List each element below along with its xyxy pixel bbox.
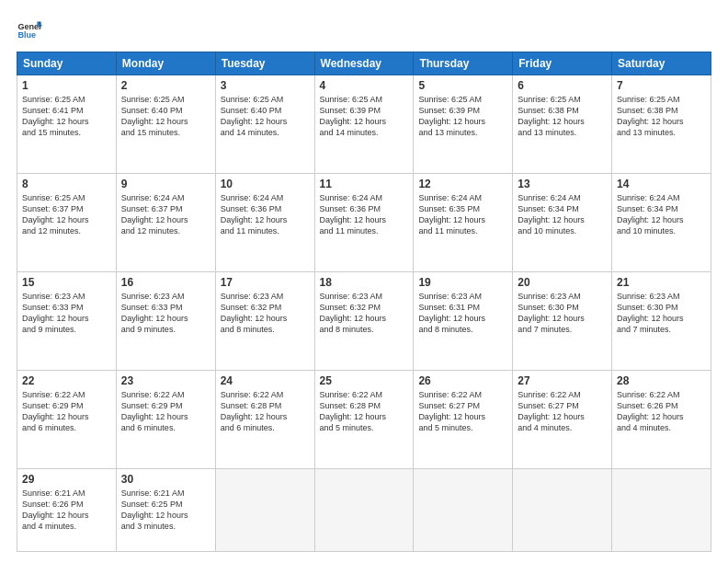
day-info: Sunrise: 6:25 AMSunset: 6:38 PMDaylight:… [617, 95, 684, 137]
day-cell-18: 18Sunrise: 6:23 AMSunset: 6:32 PMDayligh… [314, 272, 414, 371]
day-cell-10: 10Sunrise: 6:24 AMSunset: 6:36 PMDayligh… [215, 174, 314, 272]
day-info: Sunrise: 6:24 AMSunset: 6:36 PMDaylight:… [221, 193, 288, 236]
day-number: 9 [121, 178, 210, 190]
day-number: 23 [121, 374, 210, 387]
day-number: 3 [221, 79, 310, 92]
day-info: Sunrise: 6:23 AMSunset: 6:31 PMDaylight:… [418, 292, 485, 334]
week-row-4: 22Sunrise: 6:22 AMSunset: 6:29 PMDayligh… [17, 371, 711, 469]
week-row-3: 15Sunrise: 6:23 AMSunset: 6:33 PMDayligh… [17, 272, 711, 371]
day-number: 7 [617, 79, 706, 92]
day-cell-3: 3Sunrise: 6:25 AMSunset: 6:40 PMDaylight… [215, 75, 314, 174]
day-info: Sunrise: 6:23 AMSunset: 6:32 PMDaylight:… [221, 292, 288, 334]
day-info: Sunrise: 6:22 AMSunset: 6:27 PMDaylight:… [418, 390, 485, 432]
day-info: Sunrise: 6:21 AMSunset: 6:26 PMDaylight:… [22, 488, 89, 531]
day-cell-7: 7Sunrise: 6:25 AMSunset: 6:38 PMDaylight… [612, 75, 711, 174]
day-number: 21 [617, 276, 706, 289]
day-info: Sunrise: 6:24 AMSunset: 6:34 PMDaylight:… [518, 193, 585, 236]
day-info: Sunrise: 6:23 AMSunset: 6:32 PMDaylight:… [320, 292, 387, 334]
day-cell-15: 15Sunrise: 6:23 AMSunset: 6:33 PMDayligh… [17, 272, 117, 371]
day-info: Sunrise: 6:25 AMSunset: 6:40 PMDaylight:… [121, 95, 188, 137]
day-cell-29: 29Sunrise: 6:21 AMSunset: 6:26 PMDayligh… [17, 469, 117, 552]
day-number: 18 [320, 276, 409, 289]
day-cell-22: 22Sunrise: 6:22 AMSunset: 6:29 PMDayligh… [17, 371, 117, 469]
day-number: 10 [221, 178, 310, 190]
day-info: Sunrise: 6:23 AMSunset: 6:30 PMDaylight:… [617, 292, 684, 334]
day-cell-30: 30Sunrise: 6:21 AMSunset: 6:25 PMDayligh… [116, 469, 215, 552]
day-number: 6 [518, 79, 607, 92]
day-number: 2 [121, 79, 210, 92]
day-info: Sunrise: 6:25 AMSunset: 6:38 PMDaylight:… [518, 95, 585, 137]
day-info: Sunrise: 6:25 AMSunset: 6:39 PMDaylight:… [320, 95, 387, 137]
day-cell-19: 19Sunrise: 6:23 AMSunset: 6:31 PMDayligh… [414, 272, 513, 371]
day-cell-6: 6Sunrise: 6:25 AMSunset: 6:38 PMDaylight… [513, 75, 612, 174]
day-info: Sunrise: 6:24 AMSunset: 6:35 PMDaylight:… [418, 193, 485, 236]
day-cell-24: 24Sunrise: 6:22 AMSunset: 6:28 PMDayligh… [215, 371, 314, 469]
day-cell-21: 21Sunrise: 6:23 AMSunset: 6:30 PMDayligh… [612, 272, 711, 371]
day-number: 13 [518, 178, 607, 190]
week-row-5: 29Sunrise: 6:21 AMSunset: 6:26 PMDayligh… [17, 469, 711, 552]
col-header-friday: Friday [513, 52, 612, 75]
day-number: 16 [121, 276, 210, 289]
day-cell-14: 14Sunrise: 6:24 AMSunset: 6:34 PMDayligh… [612, 174, 711, 272]
day-info: Sunrise: 6:22 AMSunset: 6:28 PMDaylight:… [221, 390, 288, 432]
col-header-saturday: Saturday [612, 52, 711, 75]
day-cell-empty [215, 469, 314, 552]
day-number: 17 [221, 276, 310, 289]
day-number: 11 [320, 178, 409, 190]
day-info: Sunrise: 6:24 AMSunset: 6:36 PMDaylight:… [320, 193, 387, 236]
day-info: Sunrise: 6:24 AMSunset: 6:37 PMDaylight:… [121, 193, 188, 236]
day-cell-16: 16Sunrise: 6:23 AMSunset: 6:33 PMDayligh… [116, 272, 215, 371]
day-number: 20 [518, 276, 607, 289]
logo-icon: General Blue [17, 17, 42, 42]
page: General Blue SundayMondayTuesdayWednesda… [0, 0, 728, 563]
day-info: Sunrise: 6:24 AMSunset: 6:34 PMDaylight:… [617, 193, 684, 236]
col-header-wednesday: Wednesday [314, 52, 414, 75]
day-cell-empty [612, 469, 711, 552]
header: General Blue [17, 17, 711, 42]
day-cell-28: 28Sunrise: 6:22 AMSunset: 6:26 PMDayligh… [612, 371, 711, 469]
day-number: 22 [22, 374, 111, 387]
day-cell-8: 8Sunrise: 6:25 AMSunset: 6:37 PMDaylight… [17, 174, 117, 272]
day-cell-4: 4Sunrise: 6:25 AMSunset: 6:39 PMDaylight… [314, 75, 414, 174]
day-info: Sunrise: 6:22 AMSunset: 6:29 PMDaylight:… [121, 390, 188, 432]
day-cell-12: 12Sunrise: 6:24 AMSunset: 6:35 PMDayligh… [414, 174, 513, 272]
day-number: 1 [22, 79, 111, 92]
day-number: 4 [320, 79, 409, 92]
day-number: 8 [22, 178, 111, 190]
day-number: 19 [418, 276, 507, 289]
day-info: Sunrise: 6:22 AMSunset: 6:27 PMDaylight:… [518, 390, 585, 432]
calendar-table: SundayMondayTuesdayWednesdayThursdayFrid… [17, 52, 711, 552]
day-cell-26: 26Sunrise: 6:22 AMSunset: 6:27 PMDayligh… [414, 371, 513, 469]
day-number: 25 [320, 374, 409, 387]
day-cell-9: 9Sunrise: 6:24 AMSunset: 6:37 PMDaylight… [116, 174, 215, 272]
day-cell-17: 17Sunrise: 6:23 AMSunset: 6:32 PMDayligh… [215, 272, 314, 371]
day-info: Sunrise: 6:25 AMSunset: 6:39 PMDaylight:… [418, 95, 485, 137]
week-row-2: 8Sunrise: 6:25 AMSunset: 6:37 PMDaylight… [17, 174, 711, 272]
day-info: Sunrise: 6:25 AMSunset: 6:41 PMDaylight:… [22, 95, 89, 137]
calendar-header-row: SundayMondayTuesdayWednesdayThursdayFrid… [17, 52, 711, 75]
day-number: 12 [418, 178, 507, 190]
day-number: 15 [22, 276, 111, 289]
day-cell-20: 20Sunrise: 6:23 AMSunset: 6:30 PMDayligh… [513, 272, 612, 371]
day-number: 30 [121, 473, 210, 486]
day-info: Sunrise: 6:23 AMSunset: 6:30 PMDaylight:… [518, 292, 585, 334]
day-cell-25: 25Sunrise: 6:22 AMSunset: 6:28 PMDayligh… [314, 371, 414, 469]
day-number: 27 [518, 374, 607, 387]
day-info: Sunrise: 6:22 AMSunset: 6:29 PMDaylight:… [22, 390, 89, 432]
col-header-sunday: Sunday [17, 52, 117, 75]
day-number: 26 [418, 374, 507, 387]
day-cell-11: 11Sunrise: 6:24 AMSunset: 6:36 PMDayligh… [314, 174, 414, 272]
day-cell-23: 23Sunrise: 6:22 AMSunset: 6:29 PMDayligh… [116, 371, 215, 469]
day-number: 14 [617, 178, 706, 190]
col-header-tuesday: Tuesday [215, 52, 314, 75]
day-cell-empty [414, 469, 513, 552]
day-cell-13: 13Sunrise: 6:24 AMSunset: 6:34 PMDayligh… [513, 174, 612, 272]
day-cell-empty [314, 469, 414, 552]
day-info: Sunrise: 6:23 AMSunset: 6:33 PMDaylight:… [121, 292, 188, 334]
svg-text:Blue: Blue [17, 30, 36, 40]
logo: General Blue [17, 17, 46, 42]
day-info: Sunrise: 6:25 AMSunset: 6:40 PMDaylight:… [221, 95, 288, 137]
day-info: Sunrise: 6:21 AMSunset: 6:25 PMDaylight:… [121, 488, 188, 531]
day-info: Sunrise: 6:23 AMSunset: 6:33 PMDaylight:… [22, 292, 89, 334]
day-cell-2: 2Sunrise: 6:25 AMSunset: 6:40 PMDaylight… [116, 75, 215, 174]
